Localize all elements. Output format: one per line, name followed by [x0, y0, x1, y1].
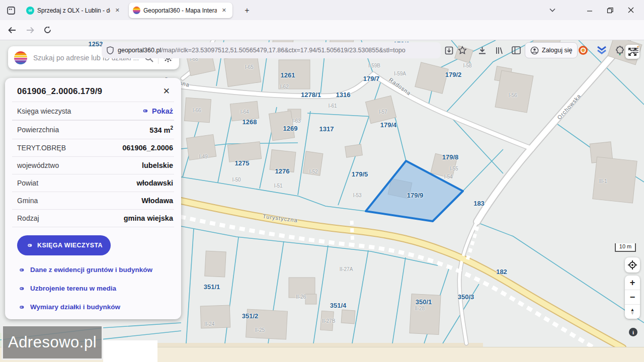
panel-links: Dane z ewidencji gruntów i budynkówUzbro…: [12, 266, 174, 311]
panel-row: GminaWłodawa: [12, 192, 174, 210]
extension-lion-icon[interactable]: [576, 43, 590, 57]
geoportal-logo-icon: [14, 51, 27, 64]
kw-show-link[interactable]: Pokaż: [140, 107, 173, 115]
row-value: 534 m2: [149, 125, 173, 134]
link-icon: [17, 303, 25, 311]
panel-rows: Powierzchnia534 m2TERYT.OBRĘB061906_2.00…: [12, 120, 174, 227]
save-page-icon[interactable]: [442, 43, 456, 57]
shield-permissions-icon: [107, 46, 114, 54]
panel-link-label: Wymiary działki i budynków: [30, 303, 120, 311]
extension-chevrons-icon[interactable]: [595, 43, 609, 57]
tab-close-icon[interactable]: ✕: [113, 7, 122, 14]
row-label: Rodzaj: [17, 214, 39, 222]
new-tab-button[interactable]: +: [240, 4, 254, 17]
firefox-view-button[interactable]: [4, 4, 18, 18]
bookmark-star-icon[interactable]: [455, 43, 469, 57]
chevron-down-icon: [549, 8, 555, 12]
tab-close-icon[interactable]: ✕: [220, 7, 228, 14]
url-domain: geoportal360.pl: [118, 47, 161, 54]
browser-toolbar: geoportal360.pl/map/#clk=23.53097512,51.…: [0, 20, 644, 40]
tab-title: Geoportal360 - Mapa Interakty: [143, 7, 217, 14]
restore-icon: [607, 7, 613, 14]
row-value: 061906_2.0006: [122, 144, 173, 152]
account-icon: [530, 46, 539, 55]
link-icon: [140, 107, 149, 115]
locate-button[interactable]: [625, 257, 640, 273]
adresowo-watermark: Adresowo.pl: [2, 325, 103, 360]
back-arrow-icon: [8, 27, 16, 34]
panel-row: województwolubelskie: [12, 157, 174, 174]
panel-row: Powiatwłodawski: [12, 174, 174, 192]
row-value: Włodawa: [141, 197, 173, 205]
login-label: Zaloguj się: [542, 47, 572, 54]
panel-link-label: Dane z ewidencji gruntów i budynków: [30, 266, 152, 274]
panel-link-label: Uzbrojenie terenu w media: [30, 285, 116, 292]
library-icon[interactable]: [492, 43, 506, 57]
link-icon: [17, 285, 25, 293]
map-info-button[interactable]: i: [629, 328, 637, 336]
row-label: TERYT.OBRĘB: [17, 144, 66, 152]
list-tabs-chevron[interactable]: [544, 4, 560, 16]
url-bar[interactable]: geoportal360.pl/map/#clk=23.53097512,51.…: [102, 42, 441, 58]
minimize-icon: [587, 7, 593, 13]
map-scale: 10 m: [615, 243, 636, 252]
zoom-in-button[interactable]: +: [625, 276, 640, 290]
row-label: Gmina: [17, 197, 38, 205]
ksiega-wieczysta-button[interactable]: KSIĘGA WIECZYSTA: [17, 235, 111, 255]
window-minimize-button[interactable]: [582, 4, 598, 16]
panel-row: Powierzchnia534 m2: [12, 120, 174, 139]
row-label: Powiat: [17, 179, 38, 187]
back-button[interactable]: [5, 23, 19, 37]
forward-button[interactable]: [23, 23, 37, 37]
app-menu-icon[interactable]: [628, 43, 642, 57]
row-value: gmina wiejska: [124, 214, 173, 222]
tab-title: Sprzedaj z OLX - Lublin - dodaj: [37, 7, 110, 14]
close-icon: [628, 7, 634, 13]
row-value: lubelskie: [142, 161, 173, 169]
row-value: włodawski: [136, 179, 173, 187]
extensions-puzzle-icon[interactable]: [613, 43, 627, 57]
tab-geoportal[interactable]: Geoportal360 - Mapa Interakty ✕: [129, 3, 232, 18]
tilt-button[interactable]: ▲▼: [625, 305, 640, 319]
attribution-patch: [103, 340, 157, 362]
panel-link[interactable]: Uzbrojenie terenu w media: [17, 285, 174, 293]
login-button[interactable]: Zaloguj się: [525, 42, 578, 58]
kw-label: Księga wieczysta: [17, 107, 71, 115]
firefox-view-icon: [7, 6, 16, 15]
tab-olx[interactable]: ol Sprzedaj z OLX - Lublin - dodaj ✕: [22, 3, 126, 18]
url-text: geoportal360.pl/map/#clk=23.53097512,51.…: [118, 47, 406, 54]
sidebar-toggle-icon[interactable]: [509, 43, 523, 57]
forward-arrow-icon: [26, 27, 34, 34]
downloads-icon[interactable]: [475, 43, 489, 57]
link-icon: [17, 266, 25, 274]
panel-row: Rodzajgmina wiejska: [12, 210, 174, 227]
parcel-id-title: 061906_2.0006.179/9: [17, 86, 102, 97]
kw-row: Księga wieczysta Pokaż: [12, 102, 174, 120]
link-icon: [25, 241, 33, 249]
url-path: /map/#clk=23.53097512,51.50565479,17.86&…: [161, 47, 405, 54]
geoportal-favicon: [133, 7, 140, 14]
panel-row: TERYT.OBRĘB061906_2.0006: [12, 139, 174, 157]
row-label: województwo: [17, 161, 59, 169]
reload-icon: [44, 26, 51, 34]
panel-link[interactable]: Dane z ewidencji gruntów i budynków: [17, 266, 174, 274]
window-restore-button[interactable]: [602, 4, 618, 16]
window-close-button[interactable]: [623, 4, 639, 16]
panel-link[interactable]: Wymiary działki i budynków: [17, 303, 174, 311]
olx-favicon: ol: [26, 7, 34, 15]
locate-icon: [628, 260, 637, 269]
zoom-controls: + − ▲▼: [625, 276, 640, 319]
parcel-info-panel: 061906_2.0006.179/9 ✕ Księga wieczysta P…: [5, 78, 181, 319]
browser-tab-bar: ol Sprzedaj z OLX - Lublin - dodaj ✕ Geo…: [0, 0, 644, 20]
reload-button[interactable]: [40, 23, 54, 37]
zoom-out-button[interactable]: −: [625, 290, 640, 305]
close-icon[interactable]: ✕: [160, 86, 173, 97]
row-label: Powierzchnia: [17, 126, 59, 134]
